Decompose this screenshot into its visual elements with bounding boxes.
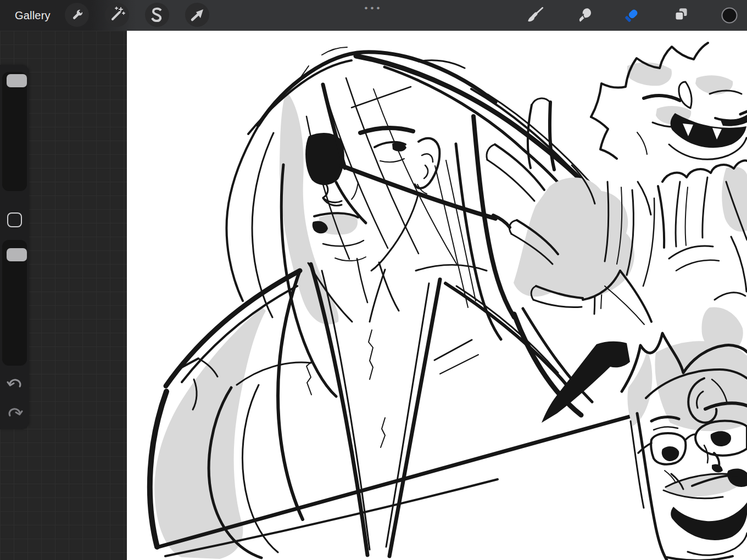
magic-wand-icon bbox=[105, 3, 129, 27]
transform-button[interactable] bbox=[185, 3, 209, 27]
color-button[interactable] bbox=[719, 5, 740, 26]
artwork-old-man-face bbox=[622, 333, 747, 560]
brush-size-slider-handle[interactable] bbox=[7, 74, 27, 87]
opacity-slider[interactable] bbox=[2, 240, 27, 366]
modify-button[interactable] bbox=[7, 212, 22, 227]
gallery-button[interactable]: Gallery bbox=[15, 0, 51, 31]
redo-icon bbox=[7, 405, 23, 419]
canvas-artwork bbox=[127, 31, 747, 560]
undo-icon bbox=[7, 376, 23, 390]
brush-size-slider[interactable] bbox=[2, 72, 27, 191]
eraser-icon bbox=[622, 5, 642, 25]
selection-button[interactable] bbox=[145, 3, 169, 27]
layers-icon bbox=[671, 5, 691, 25]
drawing-canvas[interactable] bbox=[127, 31, 747, 560]
undo-button[interactable] bbox=[7, 376, 23, 390]
sidebar-panel bbox=[0, 65, 29, 429]
redo-button[interactable] bbox=[7, 405, 23, 419]
artwork-arrow-shape bbox=[542, 341, 630, 423]
opacity-slider-handle[interactable] bbox=[7, 248, 27, 261]
color-swatch-icon bbox=[719, 5, 740, 26]
paintbrush-icon bbox=[526, 5, 545, 25]
adjustments-button[interactable] bbox=[105, 3, 129, 27]
selection-s-icon bbox=[145, 3, 169, 27]
transform-arrow-icon bbox=[185, 3, 209, 27]
workspace bbox=[0, 31, 747, 560]
smudge-tool-button[interactable] bbox=[575, 5, 595, 26]
paint-tool-button[interactable] bbox=[525, 5, 546, 26]
layers-button[interactable] bbox=[671, 5, 692, 26]
artwork-main-figure bbox=[150, 47, 631, 559]
erase-tool-button[interactable] bbox=[621, 5, 642, 26]
smudge-finger-icon bbox=[575, 5, 595, 25]
ellipsis-menu[interactable]: ••• bbox=[352, 0, 395, 16]
wrench-icon bbox=[65, 3, 89, 27]
top-toolbar: Gallery bbox=[0, 0, 747, 31]
actions-button[interactable] bbox=[65, 3, 89, 27]
